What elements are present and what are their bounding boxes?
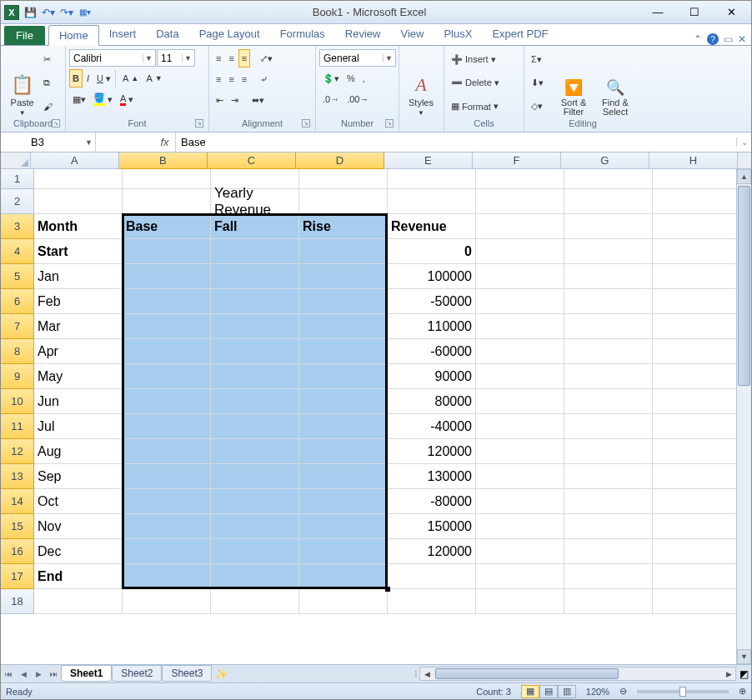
expand-formula-bar[interactable]: ⌄ (736, 138, 751, 147)
cell-C9[interactable] (211, 364, 299, 389)
align-right-button[interactable]: ≡ (238, 70, 250, 88)
format-cells-button[interactable]: ▦Format ▾ (448, 98, 520, 116)
select-all-corner[interactable] (1, 152, 31, 169)
cell-G12[interactable] (564, 439, 653, 464)
scroll-thumb[interactable] (738, 186, 750, 386)
tab-insert[interactable]: Insert (99, 24, 147, 45)
cell-G3[interactable] (564, 214, 653, 239)
cell-E3[interactable]: Revenue (388, 214, 476, 239)
cell-B4[interactable] (123, 239, 211, 264)
cell-F11[interactable] (476, 414, 564, 439)
tab-view[interactable]: View (390, 24, 434, 45)
page-layout-view-button[interactable]: ▤ (539, 685, 558, 698)
tab-page-layout[interactable]: Page Layout (189, 24, 270, 45)
cell-F10[interactable] (476, 389, 564, 414)
cell-C6[interactable] (211, 289, 299, 314)
shrink-font-button[interactable]: A▼ (143, 69, 165, 88)
scroll-down-arrow[interactable]: ▼ (737, 649, 751, 664)
cell-D3[interactable]: Rise (299, 214, 388, 239)
scroll-up-arrow[interactable]: ▲ (737, 169, 751, 184)
cell-E6[interactable]: -50000 (388, 289, 476, 314)
cell-F8[interactable] (476, 339, 564, 364)
cell-H8[interactable] (653, 339, 741, 364)
cell-E11[interactable]: -40000 (388, 414, 476, 439)
cell-D12[interactable] (299, 439, 388, 464)
cell-G14[interactable] (564, 489, 653, 514)
cell-G7[interactable] (564, 314, 653, 339)
cell-H16[interactable] (653, 539, 741, 564)
cell-G18[interactable] (564, 589, 653, 614)
cell-F5[interactable] (476, 264, 564, 289)
tab-review[interactable]: Review (335, 24, 391, 45)
cell-E18[interactable] (388, 589, 476, 614)
cell-A17[interactable]: End (34, 564, 123, 589)
row-header-5[interactable]: 5 (1, 264, 34, 289)
normal-view-button[interactable]: ▦ (521, 685, 539, 698)
cell-D6[interactable] (299, 289, 388, 314)
close-button[interactable]: ✕ (719, 4, 743, 21)
font-name-combo[interactable]: Calibri▼ (69, 49, 156, 67)
page-break-view-button[interactable]: ▥ (558, 685, 576, 698)
align-center-button[interactable]: ≡ (225, 70, 237, 88)
cell-E2[interactable] (388, 189, 476, 214)
cell-C11[interactable] (211, 414, 299, 439)
cell-G17[interactable] (564, 564, 653, 589)
tab-expert-pdf[interactable]: Expert PDF (482, 24, 558, 45)
column-header-G[interactable]: G (561, 152, 649, 169)
cell-D7[interactable] (299, 314, 388, 339)
decrease-indent-button[interactable]: ⇤ (213, 91, 227, 109)
cell-B17[interactable] (123, 564, 211, 589)
cell-A13[interactable]: Sep (34, 464, 123, 489)
row-header-8[interactable]: 8 (1, 339, 34, 364)
row-header-14[interactable]: 14 (1, 489, 34, 514)
cell-F7[interactable] (476, 314, 564, 339)
cell-C16[interactable] (211, 539, 299, 564)
cell-F12[interactable] (476, 439, 564, 464)
cell-E7[interactable]: 110000 (388, 314, 476, 339)
save-icon[interactable]: 💾 (23, 5, 38, 20)
insert-cells-button[interactable]: ➕Insert ▾ (448, 50, 520, 68)
bold-button[interactable]: B (69, 69, 83, 88)
cell-B1[interactable] (123, 169, 211, 189)
cell-A15[interactable]: Nov (34, 514, 123, 539)
cell-H14[interactable] (653, 489, 741, 514)
column-header-H[interactable]: H (649, 152, 738, 169)
column-header-B[interactable]: B (119, 152, 208, 169)
cell-A10[interactable]: Jun (34, 389, 123, 414)
cell-B2[interactable] (123, 189, 211, 214)
decrease-decimal-button[interactable]: .00→ (343, 90, 372, 108)
grow-font-button[interactable]: A▲ (119, 69, 142, 88)
cell-B9[interactable] (123, 364, 211, 389)
cell-E1[interactable] (388, 169, 476, 189)
maximize-button[interactable]: ☐ (683, 4, 706, 21)
percent-format-button[interactable]: % (343, 69, 358, 88)
row-header-17[interactable]: 17 (1, 564, 34, 589)
cell-H10[interactable] (653, 389, 741, 414)
column-header-F[interactable]: F (473, 152, 561, 169)
tab-formulas[interactable]: Formulas (270, 24, 335, 45)
cell-D15[interactable] (299, 514, 388, 539)
accounting-format-button[interactable]: 💲▾ (319, 69, 343, 88)
fill-color-button[interactable]: 🪣▾ (90, 90, 116, 108)
sheet-nav-next[interactable]: ▶ (31, 667, 46, 682)
cell-F2[interactable] (476, 189, 564, 214)
cell-G15[interactable] (564, 514, 653, 539)
cell-B12[interactable] (123, 439, 211, 464)
scroll-right-arrow[interactable]: ▶ (722, 670, 735, 678)
cell-A7[interactable]: Mar (34, 314, 123, 339)
cell-G6[interactable] (564, 289, 653, 314)
tab-home[interactable]: Home (48, 25, 99, 46)
cell-C14[interactable] (211, 489, 299, 514)
cell-H15[interactable] (653, 514, 741, 539)
sheet-tab-sheet2[interactable]: Sheet2 (112, 665, 162, 682)
zoom-in-button[interactable]: ⊕ (739, 686, 746, 697)
cell-A14[interactable]: Oct (34, 489, 123, 514)
help-icon[interactable]: ? (707, 33, 719, 45)
cell-E10[interactable]: 80000 (388, 389, 476, 414)
cell-H2[interactable] (653, 189, 741, 214)
cell-A3[interactable]: Month (34, 214, 123, 239)
cell-F16[interactable] (476, 539, 564, 564)
cell-E14[interactable]: -80000 (388, 489, 476, 514)
sort-filter-button[interactable]: 🔽 Sort & Filter (553, 48, 594, 118)
cell-G16[interactable] (564, 539, 653, 564)
